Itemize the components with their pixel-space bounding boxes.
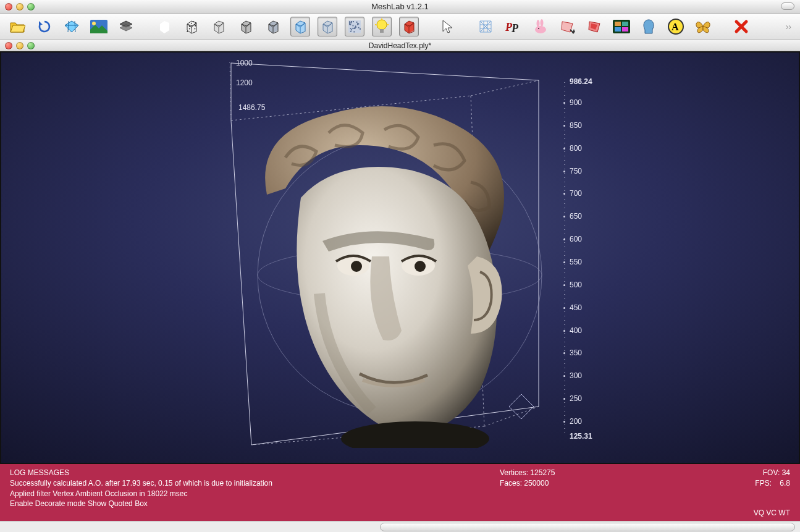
svg-point-80	[351, 261, 362, 272]
ruler-tick: 750	[570, 167, 582, 175]
landscape-icon[interactable]	[89, 17, 109, 36]
ruler-tick: 400	[570, 326, 582, 335]
stat-fov: FOV: 34	[685, 468, 790, 478]
red-cube-icon[interactable]	[399, 17, 419, 36]
axis-label: 1200	[236, 78, 253, 87]
toolbar-overflow-icon[interactable]: ››	[785, 22, 793, 32]
ruler-dot	[563, 125, 565, 127]
noise-icon[interactable]	[345, 17, 364, 36]
diamond-icon[interactable]	[62, 17, 82, 36]
stat-faces: Faces: 250000	[500, 478, 685, 489]
svg-rect-33	[351, 29, 352, 30]
close-doc-icon[interactable]	[5, 42, 12, 49]
ruler-tick: 600	[570, 235, 582, 243]
svg-marker-3	[120, 25, 132, 31]
svg-point-47	[535, 26, 546, 33]
stat-flags: VQ VC WT	[685, 508, 790, 518]
traffic-lights	[0, 3, 35, 11]
document-titlebar: DavidHeadTex.ply*	[0, 40, 800, 51]
reload-icon[interactable]	[35, 17, 54, 36]
open-folder-icon[interactable]	[7, 17, 27, 36]
head-icon[interactable]	[639, 17, 659, 36]
svg-rect-58	[622, 27, 628, 32]
svg-point-1	[92, 22, 96, 25]
stat-fps: FPS: 6.8	[685, 478, 790, 489]
ruler-dot	[563, 307, 565, 309]
ruler-dot	[563, 171, 565, 172]
ruler-bottom: 125.31	[570, 432, 592, 441]
log-line: Applied filter Vertex Ambient Occlusion …	[10, 489, 500, 499]
svg-rect-56	[622, 22, 628, 26]
viewport-3d[interactable]: 1000 1200 1486.75 986.24 900850800750700…	[0, 51, 800, 464]
ruler-dot	[563, 421, 565, 423]
ruler-tick: 300	[570, 371, 582, 380]
ruler-tick: 350	[570, 348, 582, 357]
ruler-tick: 550	[570, 258, 582, 266]
svg-point-4	[187, 31, 188, 32]
red-x-icon[interactable]	[731, 17, 751, 36]
svg-point-11	[191, 27, 192, 28]
ruler-tick: 800	[570, 144, 582, 153]
color-screen-icon[interactable]	[612, 17, 631, 36]
svg-rect-57	[615, 27, 621, 32]
svg-point-50	[538, 28, 539, 29]
ruler-dot	[563, 102, 565, 104]
svg-rect-30	[353, 21, 354, 22]
zoom-doc-icon[interactable]	[27, 42, 35, 49]
window-titlebar: MeshLab v1.2.1	[0, 0, 800, 14]
log-panel: LOG MESSAGES Successfully calculated A.O…	[0, 464, 800, 521]
ao-yellow-icon[interactable]: A	[666, 17, 686, 36]
zoom-window-icon[interactable]	[27, 3, 35, 11]
svg-rect-15	[353, 31, 355, 32]
butterfly-icon[interactable]	[693, 17, 713, 36]
svg-point-8	[189, 26, 190, 27]
document-title: DavidHeadTex.ply*	[369, 41, 431, 50]
svg-rect-34	[355, 27, 356, 28]
svg-rect-25	[358, 27, 360, 28]
svg-rect-16	[356, 22, 358, 23]
wire-cube-icon[interactable]	[154, 17, 174, 36]
ruler-top: 986.24	[570, 77, 592, 86]
ruler-dot	[563, 284, 565, 286]
ruler-tick: 900	[570, 98, 582, 107]
ruler-tick: 250	[570, 394, 582, 403]
minimize-window-icon[interactable]	[16, 3, 23, 11]
layers-icon[interactable]	[116, 17, 136, 36]
ruler-tick: 650	[570, 212, 582, 221]
hidden-lines-icon[interactable]	[209, 17, 229, 36]
light-bulb-icon[interactable]	[372, 17, 392, 36]
close-window-icon[interactable]	[5, 3, 12, 11]
status-footer	[0, 521, 800, 532]
ruler-tick: 200	[570, 417, 582, 426]
cursor-icon[interactable]	[437, 17, 457, 36]
smooth-gray-icon[interactable]	[318, 17, 337, 36]
poly-select-icon[interactable]	[557, 17, 577, 36]
log-line: Enable Decorate mode Show Quoted Box	[10, 499, 500, 509]
svg-point-9	[195, 22, 196, 23]
svg-point-81	[415, 261, 426, 272]
points-cube-icon[interactable]	[182, 17, 201, 36]
flat-lines-icon[interactable]	[236, 17, 256, 36]
ruler-dot	[563, 330, 565, 332]
svg-point-77	[341, 421, 489, 448]
svg-point-13	[193, 21, 194, 22]
minimize-doc-icon[interactable]	[16, 42, 23, 49]
toolbar-pill-icon[interactable]	[781, 2, 794, 10]
poly-fill-icon[interactable]	[584, 17, 604, 36]
ruler-tick: 850	[570, 121, 582, 130]
svg-rect-41	[380, 29, 384, 33]
pp-icon[interactable]: PP	[503, 17, 523, 36]
mesh-net-icon[interactable]	[476, 17, 495, 36]
svg-point-7	[194, 28, 195, 29]
svg-rect-38	[352, 28, 353, 29]
svg-rect-31	[360, 28, 361, 30]
svg-point-40	[377, 20, 387, 30]
svg-rect-17	[350, 28, 352, 29]
flat-icon[interactable]	[263, 17, 283, 36]
smooth-blue-icon[interactable]	[290, 17, 310, 36]
ruler-tick: 450	[570, 303, 582, 312]
log-heading: LOG MESSAGES	[10, 468, 500, 478]
svg-rect-39	[357, 24, 358, 25]
horizontal-scrollbar[interactable]	[380, 523, 795, 531]
bunny-icon[interactable]	[530, 17, 550, 36]
